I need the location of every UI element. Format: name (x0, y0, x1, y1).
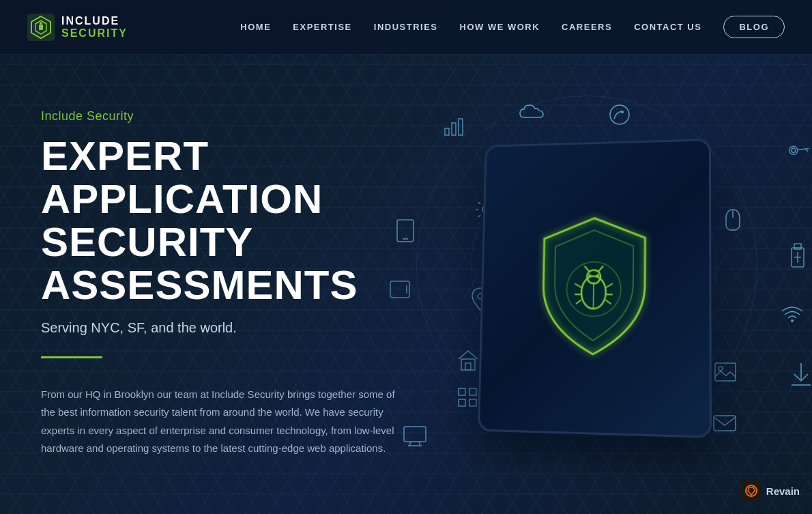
hero-section: Include Security EXPERT APPLICATION SECU… (0, 55, 812, 514)
svg-point-10 (787, 145, 799, 156)
svg-point-8 (610, 105, 629, 124)
fi-image (714, 362, 737, 386)
nav-home[interactable]: HOME (240, 22, 271, 32)
svg-rect-6 (452, 123, 456, 135)
revain-label: Revain (766, 485, 800, 497)
logo-security-text: SECURITY (61, 27, 128, 40)
nav-careers[interactable]: CAREERS (562, 22, 612, 32)
svg-rect-27 (714, 416, 736, 431)
hero-description: From our HQ in Brooklyn our team at Incl… (41, 386, 403, 457)
fi-download (790, 362, 812, 392)
svg-rect-28 (461, 359, 475, 370)
fi-speedometer (607, 102, 632, 131)
navbar: INCLUDE SECURITY HOME EXPERTISE INDUSTRI… (0, 0, 812, 55)
logo-icon (27, 14, 55, 41)
fi-message (712, 414, 737, 439)
hero-title-line2: SECURITY (41, 219, 253, 265)
tablet-device (478, 139, 712, 438)
logo[interactable]: INCLUDE SECURITY (27, 14, 128, 41)
svg-point-9 (621, 111, 624, 113)
hero-tagline: Serving NYC, SF, and the world. (41, 320, 416, 336)
fi-touch (722, 208, 744, 238)
hero-title-line3: ASSESSMENTS (41, 262, 358, 308)
svg-line-13 (805, 149, 808, 152)
hero-content: Include Security EXPERT APPLICATION SECU… (41, 55, 416, 457)
svg-rect-39 (459, 399, 465, 406)
logo-text: INCLUDE SECURITY (61, 15, 128, 39)
svg-line-12 (798, 143, 809, 154)
svg-rect-29 (465, 363, 471, 370)
revain-icon (740, 480, 762, 502)
hero-image (362, 61, 812, 514)
svg-rect-37 (459, 388, 465, 395)
svg-rect-33 (794, 244, 801, 249)
fi-key (781, 132, 812, 169)
hero-subtitle: Include Security (41, 109, 416, 124)
fi-apps (457, 387, 478, 412)
svg-rect-3 (39, 25, 43, 30)
blog-button[interactable]: BLOG (723, 16, 785, 38)
svg-point-26 (719, 367, 723, 371)
nav-industries[interactable]: INDUSTRIES (374, 22, 438, 32)
nav-links: HOME EXPERTISE INDUSTRIES HOW WE WORK CA… (240, 16, 785, 38)
hero-title-line1: EXPERT APPLICATION (41, 133, 323, 222)
svg-rect-38 (469, 388, 476, 395)
hero-divider (41, 356, 102, 358)
fi-chart (444, 116, 465, 143)
hero-title: EXPERT APPLICATION SECURITY ASSESSMENTS (41, 134, 416, 306)
fi-wifi (779, 300, 805, 329)
svg-rect-5 (445, 128, 449, 135)
nav-expertise[interactable]: EXPERTISE (293, 22, 351, 32)
fi-cloud (519, 102, 546, 128)
svg-line-20 (419, 442, 420, 446)
svg-rect-25 (715, 363, 736, 381)
tablet-screen (478, 139, 712, 438)
nav-how-we-work[interactable]: HOW WE WORK (460, 22, 540, 32)
svg-rect-7 (459, 119, 463, 135)
fi-battery (790, 242, 805, 272)
fi-home-small (457, 348, 479, 375)
logo-include: INCLUDE (61, 15, 128, 27)
shield-logo (525, 210, 663, 362)
nav-contact-us[interactable]: CONTACT US (634, 22, 701, 32)
svg-point-11 (791, 147, 796, 153)
revain-badge: Revain (740, 480, 800, 502)
svg-point-4 (40, 22, 42, 25)
svg-rect-40 (469, 399, 476, 406)
svg-point-22 (791, 319, 794, 322)
